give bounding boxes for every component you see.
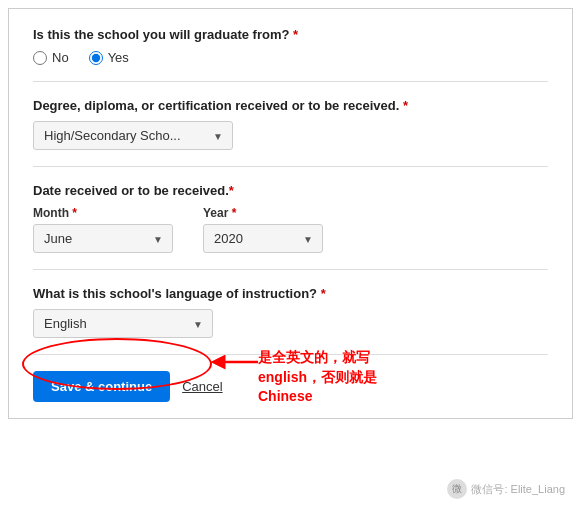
divider-3 <box>33 269 548 270</box>
graduate-yes-label: Yes <box>108 50 129 65</box>
save-continue-button[interactable]: Save & continue <box>33 371 170 402</box>
language-select[interactable]: English Chinese French Spanish Other <box>33 309 213 338</box>
language-select-wrapper: English Chinese French Spanish Other <box>33 309 213 338</box>
graduate-label-text: Is this the school you will graduate fro… <box>33 27 289 42</box>
cancel-button[interactable]: Cancel <box>182 379 222 394</box>
language-label-text: What is this school's language of instru… <box>33 286 317 301</box>
graduate-yes-option[interactable]: Yes <box>89 50 129 65</box>
graduate-no-label: No <box>52 50 69 65</box>
date-section: Date received or to be received.* Month … <box>33 183 548 253</box>
graduate-radio-group: No Yes <box>33 50 548 65</box>
graduate-no-radio[interactable] <box>33 51 47 65</box>
year-label: Year * <box>203 206 323 220</box>
degree-section: Degree, diploma, or certification receiv… <box>33 98 548 150</box>
watermark: 微 微信号: Elite_Liang <box>447 479 565 499</box>
language-label: What is this school's language of instru… <box>33 286 548 301</box>
month-select-wrapper: January February March April May June Ju… <box>33 224 173 253</box>
year-select-wrapper: 2018 2019 2020 2021 2022 2023 <box>203 224 323 253</box>
degree-select-wrapper: High/Secondary Scho... Associate Bachelo… <box>33 121 233 150</box>
date-label: Date received or to be received.* <box>33 183 548 198</box>
divider-2 <box>33 166 548 167</box>
month-label-text: Month <box>33 206 69 220</box>
divider-1 <box>33 81 548 82</box>
degree-label: Degree, diploma, or certification receiv… <box>33 98 548 113</box>
graduate-section: Is this the school you will graduate fro… <box>33 27 548 65</box>
arrow-svg <box>210 352 260 372</box>
watermark-text: 微信号: Elite_Liang <box>471 482 565 497</box>
month-label: Month * <box>33 206 173 220</box>
date-label-text: Date received or to be received. <box>33 183 229 198</box>
year-label-text: Year <box>203 206 228 220</box>
annotation-text: 是全英文的，就写english，否则就是Chinese <box>258 348 418 407</box>
year-select[interactable]: 2018 2019 2020 2021 2022 2023 <box>203 224 323 253</box>
degree-select[interactable]: High/Secondary Scho... Associate Bachelo… <box>33 121 233 150</box>
month-field: Month * January February March April May… <box>33 206 173 253</box>
date-row: Month * January February March April May… <box>33 206 548 253</box>
watermark-icon: 微 <box>447 479 467 499</box>
graduate-label: Is this the school you will graduate fro… <box>33 27 548 42</box>
language-section: What is this school's language of instru… <box>33 286 548 338</box>
year-field: Year * 2018 2019 2020 2021 2022 2023 <box>203 206 323 253</box>
degree-label-text: Degree, diploma, or certification receiv… <box>33 98 399 113</box>
month-select[interactable]: January February March April May June Ju… <box>33 224 173 253</box>
graduate-yes-radio[interactable] <box>89 51 103 65</box>
graduate-no-option[interactable]: No <box>33 50 69 65</box>
